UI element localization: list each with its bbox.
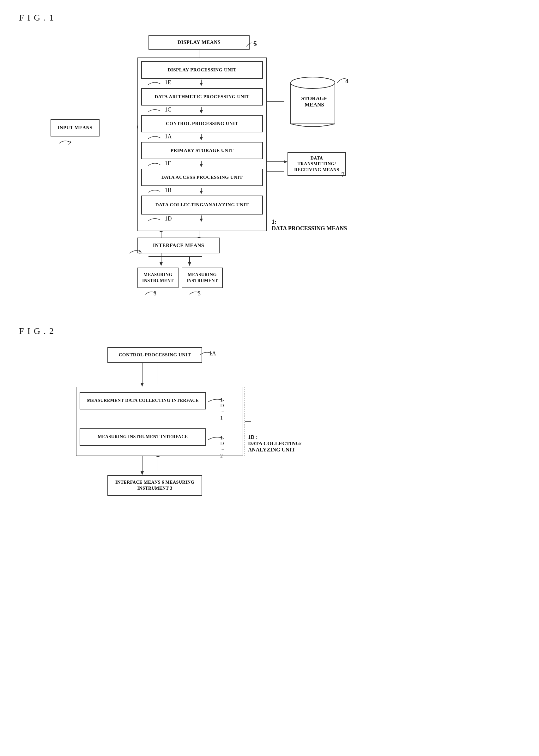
- svg-marker-24: [200, 164, 203, 167]
- ref-1E: 1E: [148, 79, 171, 86]
- arrow-down-2: [198, 107, 204, 113]
- ref-3b: 3: [189, 289, 201, 297]
- fig2-label: F I G . 2: [19, 326, 520, 336]
- svg-marker-18: [200, 83, 203, 86]
- fig2-ref-1D2: 1 D－2: [207, 434, 227, 442]
- fig2-area: CONTROL PROCESSING UNIT 1A MEASUREMENT D…: [44, 342, 329, 507]
- display-processing-box: DISPLAY PROCESSING UNIT: [141, 61, 263, 79]
- fig2-container: F I G . 2 CONTROL PROCESSI: [19, 326, 520, 507]
- fig2-interface-measuring-box: INTERFACE MEANS 6 MEASURING INSTRUMENT 3: [108, 475, 202, 496]
- fig2-ref-1D1: 1 D－1: [207, 396, 227, 404]
- fig2-bracket-svg: [243, 387, 253, 456]
- ref-1-label: 1: DATA PROCESSING MEANS: [272, 219, 347, 232]
- fig1-container: F I G . 1: [19, 13, 520, 301]
- data-processing-outer-box: DISPLAY PROCESSING UNIT 1E DATA ARITHMET…: [137, 57, 267, 231]
- ref-1D: 1D: [148, 215, 172, 222]
- svg-marker-20: [200, 110, 203, 113]
- ref-2: 2: [58, 137, 74, 147]
- interface-means-box: INTERFACE MEANS: [137, 238, 220, 253]
- fig1-label: F I G . 1: [19, 13, 520, 23]
- svg-marker-26: [200, 191, 203, 194]
- measurement-data-box: MEASUREMENT DATA COLLECTING INTERFACE: [80, 392, 206, 410]
- svg-marker-32: [141, 383, 144, 387]
- ref-5: 5: [245, 38, 258, 49]
- ref-4: 4: [337, 75, 349, 86]
- svg-marker-40: [141, 471, 144, 475]
- arrow-down-3: [198, 134, 204, 140]
- storage-means-area: 4 STORAGE MEANS: [287, 73, 338, 131]
- svg-marker-12: [188, 262, 191, 266]
- display-means-box: DISPLAY MEANS: [148, 36, 250, 49]
- storage-means-label: STORAGE MEANS: [294, 95, 335, 108]
- measuring-instrument-1-box: MEASURING INSTRUMENT: [137, 267, 179, 288]
- data-access-box: DATA ACCESS PROCESSING UNIT: [141, 169, 263, 186]
- data-transmitting-box: DATA TRANSMITTING/ RECEIVING MEANS: [287, 152, 346, 176]
- fig2-control-processing-box: CONTROL PROCESSING UNIT: [108, 347, 202, 363]
- fig2-ref-1A: 1A: [199, 349, 215, 358]
- measuring-instrument-interface-box: MEASURING INSTRUMENT INTERFACE: [80, 428, 206, 446]
- fig2-ref-1D: 1D : DATA COLLECTING/ ANALYZING UNIT: [248, 434, 301, 453]
- fig1-area: DISPLAY MEANS 5 DISPLAY PROCESSING UNIT …: [44, 29, 360, 301]
- ref-1B: 1B: [148, 187, 172, 194]
- control-processing-box: CONTROL PROCESSING UNIT: [141, 115, 263, 132]
- ref-3a: 3: [145, 289, 157, 297]
- svg-marker-22: [200, 137, 203, 140]
- arrow-down-4: [198, 161, 204, 167]
- arrow-down-5: [198, 188, 204, 194]
- fig2-inner-box: MEASUREMENT DATA COLLECTING INTERFACE 1 …: [76, 387, 243, 456]
- svg-point-30: [291, 77, 335, 89]
- data-arithmetic-box: DATA ARITHMETIC PROCESSING UNIT: [141, 88, 263, 106]
- arrow-down-1: [198, 80, 204, 86]
- svg-marker-28: [200, 219, 203, 222]
- arrow-down-6: [198, 215, 204, 222]
- svg-marker-15: [284, 160, 287, 163]
- ref-7: 7: [341, 171, 345, 179]
- ref-1C: 1C: [148, 107, 172, 113]
- ref-1F: 1F: [148, 160, 171, 167]
- primary-storage-box: PRIMARY STORAGE UNIT: [141, 142, 263, 159]
- ref-6: 6: [129, 247, 143, 257]
- svg-marker-11: [160, 262, 163, 266]
- data-collecting-box: DATA COLLECTING/ANALYZING UNIT: [141, 195, 263, 214]
- input-means-box: INPUT MEANS: [50, 119, 100, 136]
- measuring-instrument-2-box: MEASURING INSTRUMENT: [182, 267, 223, 288]
- ref-1A: 1A: [148, 133, 172, 140]
